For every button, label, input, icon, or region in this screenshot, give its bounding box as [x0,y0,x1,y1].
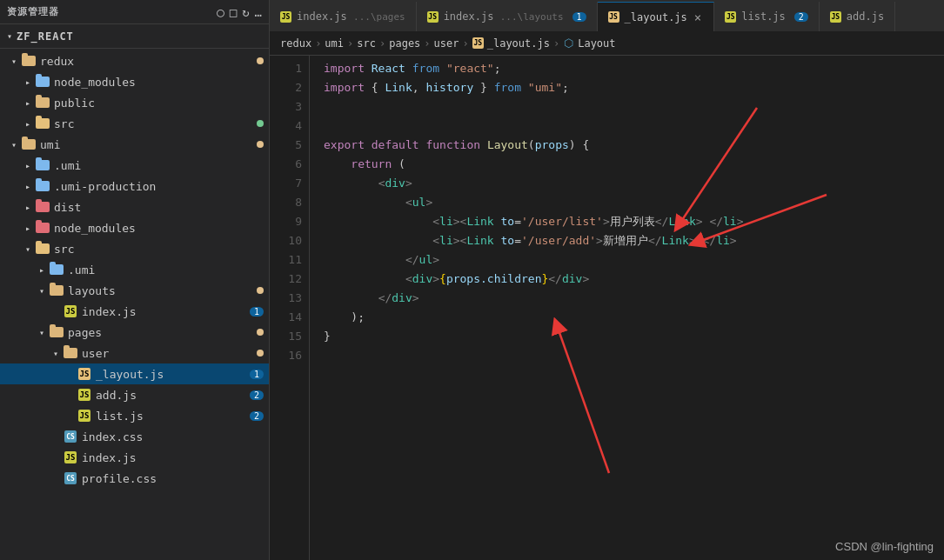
modified-dot [257,57,264,64]
chevron-right-icon: ▸ [21,98,35,108]
tabs-bar: JS index.js ...\pages JS index.js ...\la… [270,0,944,31]
tab-list-js[interactable]: JS list.js 2 [714,2,820,31]
sidebar-item-redux[interactable]: ▾ redux [0,50,269,71]
code-line: <div> [324,174,944,193]
tab-index-pages[interactable]: JS index.js ...\pages [270,2,417,31]
tab-add-js[interactable]: JS add.js [820,2,895,31]
code-line: ); [324,308,944,327]
folder-open-icon [35,241,50,257]
code-line: export default function Layout(props) { [324,136,944,155]
sidebar-item-profile-css[interactable]: CS profile.css [0,468,269,489]
sidebar-item-label: pages [68,326,257,339]
sidebar-item-src-umi[interactable]: ▾ src [0,238,269,259]
code-line [324,117,944,136]
chevron-right-icon: ▸ [21,161,35,170]
sidebar-item-umi-src-hidden[interactable]: ▸ .umi [0,259,269,280]
project-root[interactable]: ▾ ZF_REACT [0,24,269,49]
line-number: 9 [277,212,302,231]
sidebar-item-umi-production[interactable]: ▸ .umi-production [0,176,269,197]
sidebar-item-pages[interactable]: ▾ pages [0,322,269,343]
sidebar-item-layouts-index[interactable]: JS index.js 1 [0,301,269,322]
sidebar: 资源管理器 ◯ □ ↻ … ▾ ZF_REACT ▾ redux ▸ [0,0,270,560]
badge: 2 [250,411,264,421]
chevron-right-icon: ▸ [21,182,35,191]
code-content[interactable]: import React from "react"; import { Link… [310,56,944,560]
sidebar-item-label: .umi [68,263,269,277]
sidebar-item-label: index.js [82,305,250,318]
css-file-icon: CS [63,470,78,486]
layout-file-icon: JS [77,366,92,382]
folder-icon [35,220,50,236]
breadcrumb-sep: › [462,37,468,50]
sidebar-item-public[interactable]: ▸ public [0,92,269,113]
sidebar-item-label: list.js [96,410,250,423]
js-icon: JS [280,11,291,23]
code-line: </ul> [324,250,944,270]
line-number: 2 [277,78,302,97]
line-number: 5 [277,136,302,155]
js-icon: JS [427,11,439,23]
sidebar-item-add-js[interactable]: JS add.js 2 [0,384,269,405]
collapse-icon[interactable]: … [255,5,262,19]
tab-layout-js[interactable]: JS _layout.js × [598,2,715,31]
chevron-down-icon: ▾ [49,349,63,358]
line-number: 16 [277,346,302,365]
sidebar-item-label: redux [40,55,257,68]
chevron-right-icon: ▸ [21,77,35,87]
badge: 1 [250,370,264,379]
folder-icon [35,157,50,173]
close-tab-button[interactable]: × [693,11,703,23]
bc-segment: Layout [578,37,615,50]
sidebar-item-umi[interactable]: ▾ umi [0,134,269,155]
folder-open-icon [49,283,64,298]
layout-icon: JS [608,11,619,23]
line-number: 14 [277,308,302,327]
sidebar-item-label: add.js [96,389,250,402]
sidebar-item-src-redux[interactable]: ▸ src [0,113,269,134]
sidebar-item-label: user [82,347,257,360]
code-line [324,97,944,117]
watermark: CSDN @lin-fighting [835,540,934,553]
line-number: 8 [277,193,302,212]
tab-index-layouts[interactable]: JS index.js ...\layouts 1 [417,2,598,31]
sidebar-item-label: public [54,97,269,110]
js-icon: JS [830,11,841,23]
line-number: 10 [277,231,302,250]
code-line: } [324,327,944,346]
line-number: 3 [277,97,302,117]
sidebar-item-list-js[interactable]: JS list.js 2 [0,405,269,426]
sidebar-item-layouts[interactable]: ▾ layouts [0,280,269,301]
line-number: 4 [277,117,302,136]
chevron-down-icon: ▾ [21,244,35,254]
chevron-right-icon: ▸ [35,265,49,275]
sidebar-header-actions: ◯ □ ↻ … [217,5,262,19]
tab-label: add.js [847,10,884,23]
bc-segment: user [434,37,459,50]
sidebar-item-label: node_modules [54,222,269,235]
folder-icon [35,199,50,215]
sidebar-item-index-js[interactable]: JS index.js [0,447,269,468]
new-file-icon[interactable]: ◯ [217,5,224,19]
js-file-icon: JS [63,303,78,319]
modified-dot [257,350,264,357]
new-folder-icon[interactable]: □ [230,5,237,19]
sidebar-item-umi-hidden[interactable]: ▸ .umi [0,155,269,176]
sidebar-item-node-modules-2[interactable]: ▸ node_modules [0,217,269,238]
sidebar-item-index-css[interactable]: CS index.css [0,426,269,447]
refresh-icon[interactable]: ↻ [242,5,249,19]
sidebar-item-layout-js[interactable]: JS _layout.js 1 [0,363,269,384]
chevron-down-icon: ▾ [7,31,13,41]
sidebar-header: 资源管理器 ◯ □ ↻ … [0,0,269,24]
sidebar-item-dist[interactable]: ▸ dist [0,197,269,217]
tab-badge: 2 [794,12,808,22]
code-editor: 1 2 3 4 5 6 7 8 9 10 11 12 13 14 15 16 i… [270,56,944,560]
line-number: 6 [277,155,302,174]
sidebar-item-user[interactable]: ▾ user [0,343,269,363]
bc-segment: _layout.js [487,37,550,50]
line-number: 12 [277,270,302,289]
sidebar-item-label: index.css [82,430,269,443]
breadcrumb-sep: › [379,37,385,50]
breadcrumb-sep: › [424,37,430,50]
tab-label: index.js ...\pages [297,10,405,23]
sidebar-item-node-modules-1[interactable]: ▸ node_modules [0,71,269,92]
